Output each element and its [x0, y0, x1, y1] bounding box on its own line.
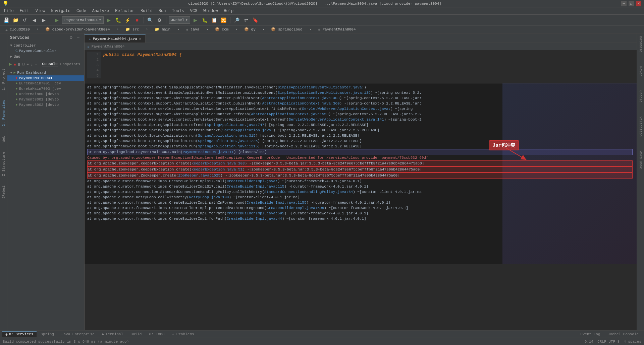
panel-database[interactable]: Database: [638, 35, 643, 54]
status-line-col[interactable]: 9:14: [585, 340, 593, 344]
breadcrumb-src[interactable]: 📁 src: [122, 26, 142, 32]
svc-sort-btn[interactable]: ↕: [30, 61, 34, 67]
panel-zstructure[interactable]: Z-Structure: [1, 150, 6, 178]
console-tab[interactable]: Console: [42, 61, 57, 67]
menu-vcs[interactable]: VCS: [187, 8, 200, 14]
console-normal-5: at org.apache.curator.framework.imps.Cre…: [87, 200, 634, 205]
panel-validation[interactable]: Validation: [638, 115, 643, 138]
ordermain80-icon: ●: [15, 92, 18, 96]
toolbar-bookmark[interactable]: 🔖: [252, 16, 260, 24]
services-toolbar: ▶ ■ ⏸ ⊟ ≡ ↕ ＋ Console Endpoints: [7, 60, 84, 68]
toolbar-forward[interactable]: ▶: [40, 16, 48, 24]
panel-web[interactable]: Web: [1, 134, 6, 144]
toolbar-save-all[interactable]: 📁: [11, 16, 19, 24]
breadcrumb-com[interactable]: 📦 com: [212, 26, 232, 32]
status-indent[interactable]: 4 spaces: [624, 340, 641, 344]
toolbar-replace[interactable]: ⇄: [242, 16, 250, 24]
breadcrumb-cloud2020[interactable]: ☁ cloud2020: [2, 26, 33, 32]
menu-analyze[interactable]: Analyze: [90, 8, 112, 14]
menu-code[interactable]: Code: [74, 8, 89, 14]
svc-stop-btn[interactable]: ■: [13, 61, 17, 67]
menu-bar: File Edit View Navigate Code Analyze Ref…: [0, 7, 644, 15]
toolbar-git[interactable]: 🔀: [220, 16, 228, 24]
toolbar-jrebel-debug[interactable]: 🐛: [201, 16, 209, 24]
breadcrumb-springcloud[interactable]: 📦 springcloud: [268, 26, 306, 32]
menu-tools[interactable]: Tools: [169, 8, 187, 14]
toolbar-vcs[interactable]: 📋: [210, 16, 218, 24]
tree-item-payment8002[interactable]: ● Payment8002 [devto: [7, 102, 84, 108]
panel-maven[interactable]: Maven: [638, 65, 643, 78]
toolbar-jrebel-run[interactable]: ▶: [192, 16, 200, 24]
jrebel-dropdown[interactable]: JRebel ▾: [169, 16, 190, 24]
status-encoding[interactable]: CRLF UTF-8: [597, 340, 620, 344]
maximize-button[interactable]: □: [629, 1, 634, 6]
editor-tab-payment8004[interactable]: ☕ PaymentMain8004.java ✕: [85, 34, 146, 43]
svc-filter-btn[interactable]: ⊟: [21, 61, 25, 67]
menu-run[interactable]: Run: [156, 8, 169, 14]
panel-gradle[interactable]: Gradle: [638, 89, 643, 104]
panel-project[interactable]: 1: Project: [1, 67, 6, 92]
bottom-tab-services[interactable]: ⚙ 8: Services: [2, 331, 37, 337]
toolbar-find[interactable]: 🔎: [233, 16, 241, 24]
toolbar-settings[interactable]: ⚙: [156, 16, 164, 24]
tree-run-dashboard[interactable]: ▼ ▶ Run Dashboard: [7, 70, 84, 75]
bottom-tab-spring[interactable]: Spring: [37, 332, 57, 337]
breadcrumb-java[interactable]: ☕ java: [183, 26, 203, 32]
console-normal-7: at org.apache.curator.framework.imps.Cre…: [87, 211, 634, 216]
tree-item-payment8001[interactable]: ● Payment8001 [devto: [7, 97, 84, 102]
line-numbers: 12345: [87, 52, 101, 78]
minimize-button[interactable]: ─: [621, 1, 627, 6]
eureka7001-icon: ●: [15, 81, 18, 85]
bottom-tab-problems[interactable]: ⚠ Problems: [169, 331, 198, 337]
breadcrumb-paymentmain[interactable]: ☕ PaymentMain8004: [315, 26, 359, 32]
toolbar-coverage[interactable]: ⚡: [124, 16, 132, 24]
toolbar-build[interactable]: ▶: [53, 16, 61, 24]
bottom-tab-terminal[interactable]: ▶ Terminal: [99, 331, 126, 337]
services-more-btn[interactable]: ⋯: [75, 35, 82, 41]
breadcrumb-payment8004[interactable]: 📦 cloud-provider-payment8004: [42, 26, 113, 32]
run-config-dropdown[interactable]: PaymentMain8004 ▾: [62, 16, 104, 24]
bottom-tab-eventlog[interactable]: Event Log: [577, 332, 603, 337]
toolbar-sync[interactable]: ↺: [21, 16, 29, 24]
toolbar-back[interactable]: ◀: [30, 16, 38, 24]
bottom-tab-java-enterprise[interactable]: Java Enterprise: [58, 332, 98, 337]
tree-item-payment8004[interactable]: ● PaymentMain8004: [7, 75, 84, 81]
toolbar-run[interactable]: ▶: [105, 16, 113, 24]
close-button[interactable]: ✕: [636, 1, 641, 6]
svc-pause-btn[interactable]: ⏸: [17, 61, 21, 67]
breadcrumb-main[interactable]: 📁 main: [151, 26, 174, 32]
panel-wordbook[interactable]: Word Book: [638, 149, 643, 170]
menu-help[interactable]: Help: [221, 8, 236, 14]
tree-item-eureka7003[interactable]: ● EurekaMain7003 [dev: [7, 86, 84, 91]
toolbar-search[interactable]: 🔍: [146, 16, 154, 24]
console-line-2: at org.springframework.context.event.Sim…: [87, 90, 634, 95]
menu-window[interactable]: Window: [201, 8, 220, 14]
panel-jrebel[interactable]: JRebel: [1, 184, 6, 200]
toolbar-debug[interactable]: 🐛: [114, 16, 122, 24]
breadcrumb-qy[interactable]: 📦 qy: [241, 26, 259, 32]
console-content[interactable]: at org.springframework.context.event.Sim…: [85, 83, 637, 264]
toolbar-save[interactable]: 💾: [2, 16, 10, 24]
tab-close-icon[interactable]: ✕: [139, 37, 141, 41]
menu-edit[interactable]: Edit: [17, 8, 32, 14]
panel-favorites[interactable]: 2: Favorites: [1, 98, 6, 128]
bottom-tab-todo[interactable]: 6: TODO: [146, 332, 168, 337]
console-normal-3: at org.apache.curator.connection.Standar…: [87, 189, 634, 195]
spring-tab-label: Spring: [41, 332, 54, 336]
main-content: ☕ PaymentMain8004.java ✕ ☕ PaymentMain80…: [85, 33, 637, 330]
svc-run-btn[interactable]: ▶: [9, 61, 12, 67]
tree-item-eureka7001[interactable]: ● EurekaMain7001 [dev: [7, 81, 84, 86]
bottom-tab-jrebel-console[interactable]: JRebel Console: [604, 332, 642, 337]
bottom-tab-build[interactable]: Build: [127, 332, 145, 337]
menu-file[interactable]: File: [1, 8, 16, 14]
tree-item-ordermain80[interactable]: ● OrderMain80 [devto: [7, 91, 84, 97]
endpoints-tab[interactable]: Endpoints: [60, 62, 80, 67]
services-settings-btn[interactable]: ⚙: [68, 35, 74, 41]
menu-refactor[interactable]: Refactor: [112, 8, 137, 14]
menu-build[interactable]: Build: [138, 8, 155, 14]
menu-view[interactable]: View: [33, 8, 48, 14]
menu-navigate[interactable]: Navigate: [48, 8, 73, 14]
svc-add-btn[interactable]: ＋: [34, 61, 38, 67]
svc-group-btn[interactable]: ≡: [26, 61, 30, 67]
toolbar-stop[interactable]: ■: [133, 16, 141, 24]
